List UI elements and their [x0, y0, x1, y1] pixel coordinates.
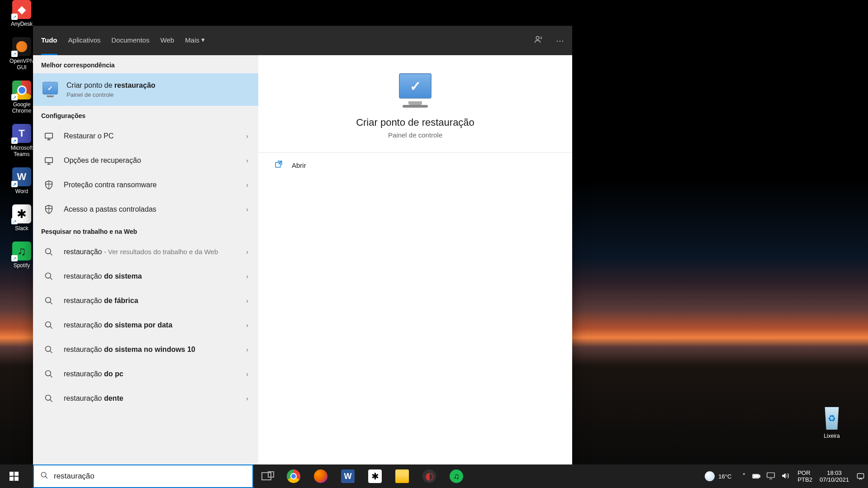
tab-label: Aplicativos [68, 36, 101, 44]
svg-rect-14 [767, 473, 775, 478]
tab-label: Tudo [41, 36, 57, 44]
result-web-sistema[interactable]: restauração do sistema › [33, 264, 258, 289]
tray-overflow-icon[interactable]: ˄ [742, 472, 746, 480]
more-options-icon[interactable]: ⋯ [556, 36, 564, 46]
shortcut-arrow-icon: ↗ [11, 51, 18, 57]
shield-icon [41, 202, 57, 217]
result-web-fabrica[interactable]: restauração de fábrica › [33, 289, 258, 313]
preview-subtitle: Painel de controle [267, 131, 563, 139]
search-input[interactable] [54, 472, 246, 481]
desktop-icon-label: Lixeira [824, 433, 840, 439]
shortcut-arrow-icon: ↗ [11, 94, 18, 100]
result-title: Criar ponto de restauração [66, 81, 250, 90]
chevron-right-icon: › [244, 206, 250, 213]
result-title: restauração de fábrica [64, 296, 244, 306]
battery-icon[interactable] [752, 473, 760, 480]
result-settings-folder-access[interactable]: Acesso a pastas controladas › [33, 197, 258, 222]
start-button[interactable] [0, 464, 28, 488]
chrome-icon [287, 469, 300, 483]
search-icon [41, 342, 57, 357]
open-icon [275, 160, 284, 170]
windows-logo-icon [9, 472, 19, 481]
language-indicator[interactable]: POR PTB2 [794, 469, 816, 483]
shortcut-arrow-icon: ↗ [11, 14, 18, 20]
shortcut-arrow-icon: ↗ [11, 181, 18, 187]
word-icon: W [341, 469, 355, 483]
svg-point-9 [46, 395, 51, 401]
chevron-right-icon: › [244, 157, 250, 164]
taskbar-firefox[interactable] [308, 464, 334, 488]
chevron-right-icon: › [244, 322, 250, 329]
taskbar-slack[interactable]: ✱ [362, 464, 388, 488]
search-icon [41, 391, 57, 406]
chevron-down-icon: ▾ [201, 36, 205, 44]
result-web-pc[interactable]: restauração do pc › [33, 362, 258, 386]
result-web-general[interactable]: restauração - Ver resultados do trabalho… [33, 240, 258, 264]
search-icon [41, 244, 57, 260]
svg-rect-15 [857, 474, 863, 478]
desktop-icon-recycle-bin[interactable]: Lixeira [822, 407, 842, 440]
desktop-icon-anydesk[interactable]: ◆↗ AnyDesk [5, 0, 39, 27]
chevron-right-icon: › [244, 273, 250, 280]
result-web-sistema-data[interactable]: restauração do sistema por data › [33, 313, 258, 337]
openvpn-icon: ↗ [12, 37, 31, 56]
preview-action-open[interactable]: Abrir [258, 153, 572, 177]
result-settings-ransomware[interactable]: Proteção contra ransomware › [33, 173, 258, 197]
project-screen-icon[interactable] [767, 472, 775, 481]
section-web-title: Pesquisar no trabalho e na Web [33, 222, 258, 240]
taskbar-spotify[interactable]: ♫ [443, 464, 470, 488]
notifications-button[interactable] [853, 472, 868, 481]
clock-time: 18:03 [820, 469, 849, 476]
slack-icon: ✱↗ [12, 204, 31, 223]
result-title: restauração do sistema no windows 10 [64, 345, 244, 355]
tab-apps[interactable]: Aplicativos [68, 26, 101, 55]
volume-icon[interactable] [781, 472, 789, 481]
result-best-match[interactable]: Criar ponto de restauração Painel de con… [33, 73, 258, 106]
result-title: restauração do sistema [64, 272, 244, 281]
tab-label: Mais [185, 36, 199, 44]
tab-documents[interactable]: Documentos [111, 26, 149, 55]
shield-icon [41, 177, 57, 193]
svg-point-6 [46, 322, 51, 327]
taskview-icon [261, 472, 271, 480]
word-icon: W↗ [12, 167, 31, 186]
result-title: Acesso a pastas controladas [64, 205, 244, 214]
svg-point-3 [46, 249, 51, 254]
result-title: restauração do sistema por data [64, 321, 244, 330]
result-web-dente[interactable]: restauração dente › [33, 386, 258, 411]
weather-cloud-icon [705, 471, 715, 481]
taskbar-photoscape[interactable]: ◐ [416, 464, 442, 488]
tab-web[interactable]: Web [160, 26, 174, 55]
result-settings-recovery[interactable]: Opções de recuperação › [33, 148, 258, 173]
tab-all[interactable]: Tudo [41, 26, 57, 55]
shortcut-arrow-icon: ↗ [11, 255, 18, 261]
search-icon [41, 317, 57, 333]
slack-icon: ✱ [368, 469, 382, 483]
preview-title: Criar ponto de restauração [267, 117, 563, 128]
result-settings-restore-pc[interactable]: Restaurar o PC › [33, 124, 258, 148]
chevron-right-icon: › [244, 181, 250, 189]
shortcut-arrow-icon: ↗ [11, 137, 18, 144]
taskbar-search-box[interactable] [33, 464, 253, 488]
result-title: restauração - Ver resultados do trabalho… [64, 247, 244, 257]
search-icon [40, 471, 48, 482]
taskbar-chrome[interactable] [280, 464, 307, 488]
taskbar-word[interactable]: W [335, 464, 361, 488]
section-settings-title: Configurações [33, 106, 258, 124]
taskbar-taskview[interactable] [253, 464, 280, 488]
recycle-bin-icon [822, 407, 842, 430]
taskbar-file-explorer[interactable] [389, 464, 415, 488]
tab-label: Documentos [111, 36, 149, 44]
feedback-icon[interactable] [534, 35, 543, 46]
clock[interactable]: 18:03 07/10/2021 [816, 469, 853, 483]
weather-temp: 16°C [718, 473, 731, 480]
weather-widget[interactable]: 16°C [698, 471, 738, 481]
svg-point-8 [46, 371, 51, 376]
control-panel-monitor-icon [41, 81, 59, 99]
recovery-options-icon [41, 153, 57, 168]
teams-icon: T↗ [12, 124, 31, 143]
result-web-sistema-win10[interactable]: restauração do sistema no windows 10 › [33, 337, 258, 362]
control-panel-monitor-icon: ✓ [399, 73, 432, 99]
result-title: Opções de recuperação [64, 156, 244, 166]
tab-more[interactable]: Mais ▾ [185, 26, 205, 55]
